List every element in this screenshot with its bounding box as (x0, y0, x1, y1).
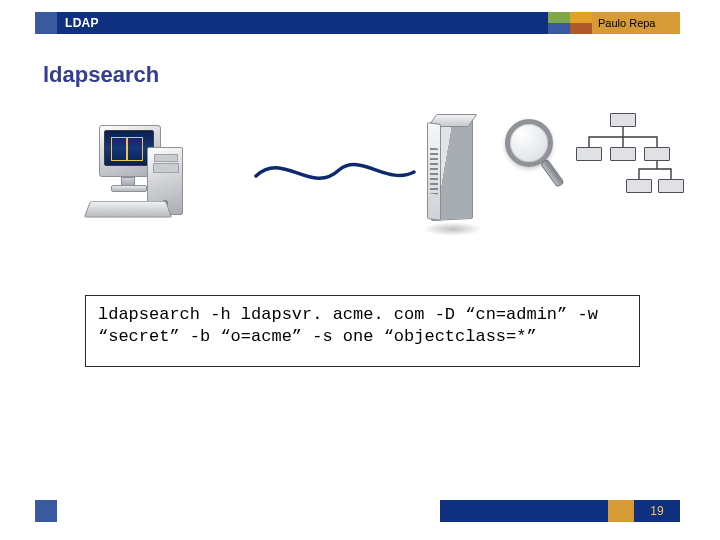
header-accent-squares (548, 12, 592, 34)
header-bar: LDAP Paulo Repa (35, 12, 680, 34)
accent-square-brown (570, 23, 592, 34)
client-computer-icon (85, 123, 195, 228)
command-text: ldapsearch -h ldapsvr. acme. com -D “cn=… (85, 295, 640, 367)
header-author: Paulo Repa (592, 12, 680, 34)
accent-square-blue (548, 23, 570, 34)
server-icon (425, 120, 489, 230)
tree-node-icon (576, 147, 602, 161)
tree-node-icon (658, 179, 684, 193)
page-number: 19 (634, 500, 680, 522)
tree-node-icon (610, 147, 636, 161)
illustration (70, 105, 630, 235)
accent-square-gold (570, 12, 592, 23)
tree-node-icon (644, 147, 670, 161)
header-topic: LDAP (57, 12, 571, 34)
request-arrow (255, 158, 415, 186)
magnifier-handle-icon (540, 158, 565, 188)
server-shadow-icon (423, 222, 483, 236)
footer-accent (608, 500, 634, 522)
tree-node-icon (610, 113, 636, 127)
slide: LDAP Paulo Repa ldapsearch (0, 0, 720, 540)
footer-bar: 19 (35, 500, 680, 522)
server-front-icon (427, 122, 441, 221)
header-logo-square (35, 12, 57, 34)
keyboard-icon (84, 201, 172, 217)
tree-node-icon (626, 179, 652, 193)
monitor-base-icon (111, 185, 147, 192)
directory-tree-icon (570, 111, 680, 201)
accent-square-green (548, 12, 570, 23)
footer-logo-square (35, 500, 57, 522)
slide-title: ldapsearch (43, 62, 159, 88)
magnifier-icon (500, 117, 570, 197)
